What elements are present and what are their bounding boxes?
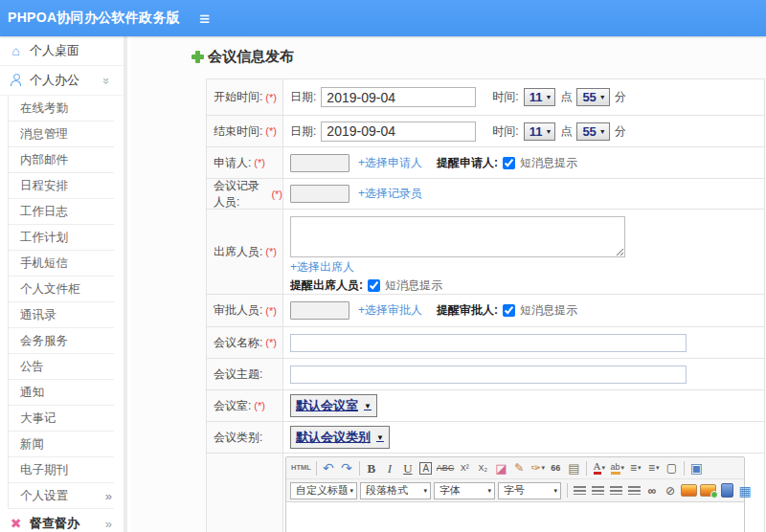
char-border-icon[interactable]: A	[417, 459, 436, 477]
insert-table-icon[interactable]: ▦	[736, 481, 755, 499]
highlight-color-icon[interactable]: ab ▾	[608, 459, 626, 477]
sidebar-item-work-plan[interactable]: 工作计划	[9, 225, 114, 251]
required-mark: (*)	[265, 246, 277, 257]
remind-approver-label: 提醒审批人:	[437, 302, 498, 319]
sidebar-item-contacts[interactable]: 通讯录	[9, 302, 114, 328]
unlink-icon[interactable]: ⊘	[662, 481, 680, 499]
hamburger-menu-icon[interactable]: ≡	[199, 10, 210, 28]
row-end-time: 结束时间: (*) 日期: 时间: 11 ▼ 点 55 ▼ 分	[206, 116, 765, 147]
eraser-icon[interactable]: ◪	[492, 459, 510, 477]
custom-heading-select[interactable]: 自定义标题 ▾	[290, 482, 357, 499]
font-size-select[interactable]: 字号 ▾	[498, 482, 561, 499]
sms-hint-label: 短消息提示	[520, 155, 577, 171]
chevron-right-icon: »	[105, 517, 112, 531]
sidebar-item-internal-mail[interactable]: 内部邮件	[9, 147, 114, 173]
ordered-list-icon[interactable]: ≡ ▾	[626, 459, 644, 477]
remind-applicant-label: 提醒申请人:	[437, 155, 498, 171]
font-color-icon[interactable]: A ▾	[590, 459, 608, 477]
select-arrow-icon: ▼	[599, 94, 606, 100]
insert-image-icon[interactable]	[680, 481, 699, 499]
redo-icon[interactable]: ↷	[338, 459, 356, 477]
underline-icon[interactable]: U	[399, 459, 417, 477]
fullscreen-icon[interactable]: ▣	[687, 459, 706, 477]
blockquote-icon[interactable]: 66	[547, 459, 565, 477]
sidebar-item-mobile-sms[interactable]: 手机短信	[9, 251, 114, 277]
font-family-select[interactable]: 字体 ▾	[434, 482, 495, 499]
sidebar-item-personal-office[interactable]: 个人办公 »	[0, 66, 124, 96]
insert-media-icon[interactable]	[718, 481, 736, 499]
home-icon: ⌂	[9, 44, 23, 57]
sidebar-item-personal-cabinet[interactable]: 个人文件柜	[9, 277, 114, 302]
upload-image-icon[interactable]	[699, 481, 718, 499]
meeting-name-input[interactable]	[290, 334, 687, 352]
superscript-icon[interactable]: X²	[456, 459, 474, 477]
sidebar-item-message-management[interactable]: 消息管理	[9, 122, 114, 147]
end-minute-select[interactable]: 55 ▼	[576, 122, 609, 141]
choose-approver-link[interactable]: +选择审批人	[358, 302, 422, 319]
choose-attendees-link[interactable]: +选择出席人	[290, 259, 354, 276]
remind-attendees-checkbox[interactable]	[368, 279, 380, 292]
sidebar-item-notice[interactable]: 通知	[9, 380, 114, 406]
subscript-icon[interactable]: X₂	[474, 459, 492, 477]
sidebar-item-personal-settings[interactable]: 个人设置 »	[9, 483, 114, 509]
align-justify-icon[interactable]	[625, 481, 643, 499]
sidebar-item-memorabilia[interactable]: 大事记	[9, 406, 114, 432]
paragraph-format-select[interactable]: 段落格式 ▾	[360, 482, 431, 499]
required-mark: (*)	[265, 125, 277, 137]
align-right-icon[interactable]	[607, 481, 625, 499]
attendees-textarea[interactable]	[290, 216, 625, 257]
recorder-input[interactable]	[290, 185, 349, 203]
sidebar-item-personal-desktop[interactable]: ⌂ 个人桌面	[0, 36, 124, 66]
row-meeting-category: 会议类别: 默认会议类别 ▼	[206, 422, 765, 454]
start-minute-select[interactable]: 55 ▼	[576, 88, 609, 106]
hour-unit-label: 点	[560, 89, 572, 105]
app-header: PHPOA协同办公软件政务版 ≡	[0, 0, 766, 36]
strikethrough-icon[interactable]: ABC	[436, 459, 457, 477]
align-left-icon[interactable]	[571, 481, 589, 499]
sidebar-item-label: 个人桌面	[30, 42, 79, 59]
new-document-icon[interactable]: ▢	[663, 459, 681, 477]
row-recorder: 会议记录人员: (*) +选择记录员	[206, 179, 765, 210]
format-painter-dropdown[interactable]: ✑ ▾	[529, 459, 547, 477]
sidebar-item-label: 督查督办	[30, 515, 79, 532]
approver-input[interactable]	[290, 301, 349, 320]
sidebar-item-schedule[interactable]: 日程安排	[9, 173, 114, 199]
bold-icon[interactable]: B	[363, 459, 381, 477]
start-hour-select[interactable]: 11 ▼	[524, 88, 556, 106]
clean-format-brush-icon[interactable]: ✎	[510, 459, 529, 477]
remind-approver-checkbox[interactable]	[503, 304, 515, 317]
sidebar-item-meeting-service[interactable]: 会务服务	[9, 328, 114, 354]
time-label: 时间:	[492, 123, 518, 140]
link-icon[interactable]: ∞	[643, 481, 662, 499]
chevron-down-icon: »	[100, 77, 114, 83]
applicant-input[interactable]	[290, 154, 349, 172]
sidebar-item-work-log[interactable]: 工作日志	[9, 199, 114, 225]
html-source-button[interactable]: HTML	[290, 459, 313, 477]
row-attendees: 出席人员: (*) +选择出席人 提醒出席人员: 短消息提示	[206, 210, 765, 295]
sidebar-item-news[interactable]: 新闻	[9, 432, 114, 457]
end-hour-select[interactable]: 11 ▼	[524, 122, 556, 141]
start-date-input[interactable]	[321, 87, 476, 107]
align-center-icon[interactable]	[589, 481, 607, 499]
sidebar-item-online-attendance[interactable]: 在线考勤	[9, 96, 114, 122]
paste-icon[interactable]: ▤	[565, 459, 583, 477]
sidebar-item-e-journal[interactable]: 电子期刊	[9, 457, 114, 483]
undo-icon[interactable]: ↶	[320, 459, 338, 477]
field-label: 会议记录人员:	[214, 178, 268, 211]
meeting-room-select[interactable]: 默认会议室 ▼	[290, 394, 377, 417]
meeting-category-select[interactable]: 默认会议类别 ▼	[290, 426, 390, 449]
field-label: 申请人:	[214, 155, 251, 171]
select-arrow-icon: ▼	[376, 433, 384, 442]
choose-recorder-link[interactable]: +选择记录员	[358, 186, 422, 202]
unordered-list-icon[interactable]: ≡ ▾	[644, 459, 663, 477]
italic-icon[interactable]: I	[381, 459, 399, 477]
remind-applicant-checkbox[interactable]	[503, 157, 515, 169]
select-arrow-icon: ▼	[364, 402, 372, 410]
editor-content-area[interactable]	[286, 501, 744, 532]
choose-applicant-link[interactable]: +选择申请人	[358, 155, 422, 171]
meeting-subject-input[interactable]	[290, 366, 687, 384]
sidebar-item-supervision[interactable]: ✖ 督查督办 »	[0, 509, 124, 532]
end-date-input[interactable]	[321, 122, 476, 142]
sidebar-item-announcement[interactable]: 公告	[9, 354, 114, 380]
separator	[586, 461, 587, 476]
